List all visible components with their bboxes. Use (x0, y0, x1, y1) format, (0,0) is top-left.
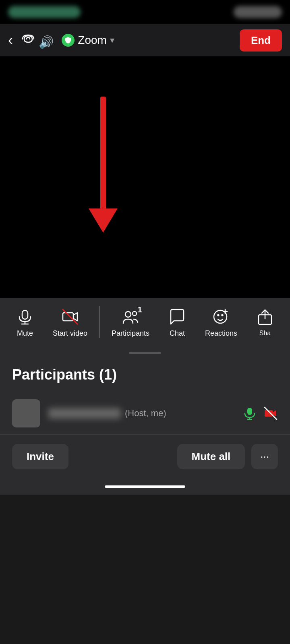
svg-rect-0 (22, 310, 28, 319)
svg-line-4 (63, 310, 77, 324)
reactions-button[interactable]: Reactions (201, 303, 241, 341)
participants-button[interactable]: 1 Participants (108, 303, 153, 341)
name-blurred (48, 408, 121, 419)
video-area (0, 56, 290, 298)
status-indicators (234, 6, 282, 18)
svg-point-6 (133, 312, 137, 316)
participants-label: Participants (112, 329, 149, 338)
participant-name-area: (Host, me) (48, 408, 234, 419)
avatar (12, 399, 40, 427)
zoom-label: Zoom (78, 34, 107, 47)
toolbar: Mute Start video 1 Participants (0, 298, 290, 346)
more-options-button[interactable]: ··· (251, 444, 278, 469)
sheet-handle-area (0, 346, 290, 358)
sheet-handle (129, 352, 161, 354)
chat-button[interactable]: Chat (159, 303, 195, 341)
action-btn-group: Mute all ··· (177, 444, 278, 469)
participants-panel: Participants (1) (Host, me) Invi (0, 346, 290, 479)
shield-icon (62, 34, 75, 47)
participant-row: (Host, me) (0, 393, 290, 434)
participants-icon: 1 (120, 307, 141, 327)
chat-icon (167, 307, 187, 327)
participant-video-icon (263, 406, 278, 421)
start-video-label: Start video (53, 329, 87, 338)
share-button[interactable]: Sha (247, 304, 283, 340)
participant-status-icons (242, 406, 278, 421)
mute-icon (15, 307, 35, 327)
dropdown-arrow-icon[interactable]: ▾ (110, 35, 114, 45)
participant-count-badge: 1 (138, 305, 142, 314)
bottom-action-bar: Invite Mute all ··· (0, 434, 290, 479)
top-bar: ‹ 🔊 Zoom ▾ End (0, 24, 290, 56)
top-bar-left: ‹ 🔊 Zoom ▾ (8, 32, 114, 49)
start-video-button[interactable]: Start video (49, 303, 91, 341)
video-off-icon (60, 307, 80, 327)
svg-rect-13 (247, 408, 252, 415)
home-bar (105, 485, 185, 488)
annotation-arrow (89, 97, 118, 233)
back-button[interactable]: ‹ (8, 33, 13, 47)
svg-point-5 (125, 312, 131, 317)
toolbar-divider (99, 306, 100, 338)
end-button[interactable]: End (240, 29, 282, 52)
share-label: Sha (259, 330, 271, 337)
zoom-badge: Zoom ▾ (62, 34, 114, 47)
status-bar (0, 0, 290, 24)
invite-button[interactable]: Invite (12, 444, 68, 469)
mute-label: Mute (17, 329, 33, 338)
chat-label: Chat (170, 329, 185, 338)
mute-all-button[interactable]: Mute all (177, 444, 245, 469)
host-label: (Host, me) (125, 408, 166, 419)
svg-point-8 (218, 314, 219, 316)
participant-mic-icon (242, 406, 257, 421)
status-time (8, 6, 81, 18)
audio-icon[interactable]: 🔊 (21, 32, 54, 49)
participants-panel-title: Participants (1) (0, 358, 290, 393)
reactions-label: Reactions (205, 329, 237, 338)
mute-button[interactable]: Mute (7, 303, 43, 341)
svg-point-9 (222, 314, 223, 316)
reactions-icon (211, 307, 231, 327)
share-icon (255, 307, 275, 327)
home-indicator (0, 479, 290, 495)
